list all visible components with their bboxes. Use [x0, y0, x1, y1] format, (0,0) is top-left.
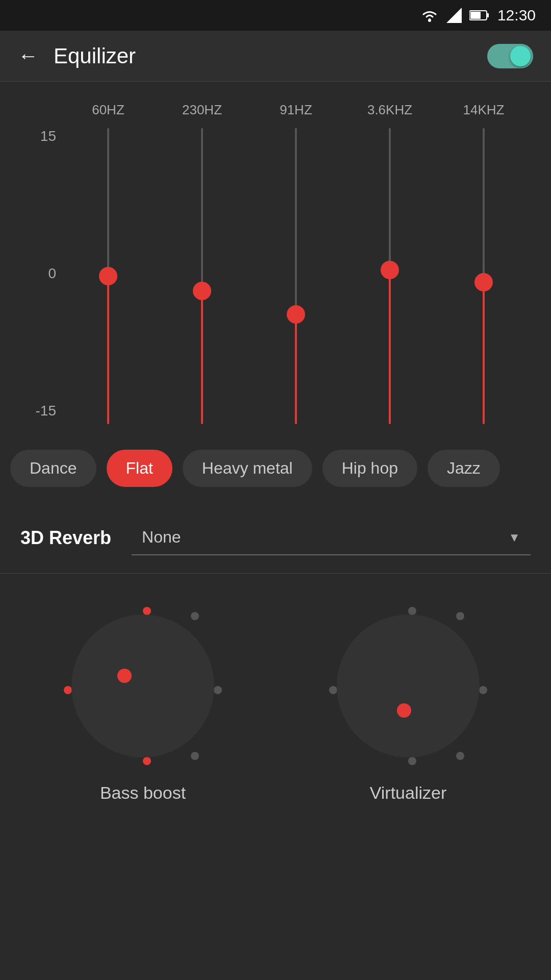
thumb-91hz[interactable] — [287, 305, 305, 324]
preset-jazz[interactable]: Jazz — [428, 450, 500, 487]
virtualizer-item: Virtualizer — [327, 604, 490, 803]
virtualizer-circle[interactable] — [337, 615, 480, 757]
eq-toggle[interactable] — [487, 44, 533, 68]
status-time: 12:30 — [497, 7, 536, 24]
eq-section: 60HZ 230HZ 91HZ 3.6KHZ 14KHZ 15 0 -15 — [0, 82, 551, 434]
scale-top: 15 — [40, 128, 56, 144]
svg-point-0 — [428, 19, 431, 22]
svg-marker-1 — [446, 8, 462, 23]
bass-boost-circle-container[interactable] — [61, 604, 224, 768]
freq-label-36khz: 3.6KHZ — [359, 102, 420, 118]
slider-91hz[interactable] — [265, 128, 327, 424]
slider-line-36khz[interactable] — [389, 128, 391, 424]
slider-230hz[interactable] — [171, 128, 233, 424]
effects-section: Bass boost Virtualizer — [0, 574, 551, 823]
preset-hip-hop[interactable]: Hip hop — [322, 450, 417, 487]
bass-dot-bottom — [143, 757, 151, 765]
thumb-14khz[interactable] — [474, 273, 493, 291]
thumb-230hz[interactable] — [193, 282, 211, 300]
status-bar: 12:30 — [0, 0, 551, 31]
page-title: Equilizer — [54, 44, 136, 68]
virt-dot-right — [479, 686, 487, 694]
slider-60hz[interactable] — [78, 128, 139, 424]
slider-line-14khz[interactable] — [483, 128, 485, 424]
virt-dot-top — [408, 607, 416, 615]
eq-scale: 15 0 -15 — [20, 128, 61, 424]
virtualizer-label: Virtualizer — [370, 783, 447, 803]
bass-boost-circle[interactable] — [71, 615, 214, 757]
freq-label-60hz: 60HZ — [78, 102, 139, 118]
svg-rect-3 — [487, 13, 489, 17]
slider-line-91hz[interactable] — [295, 128, 297, 424]
virtualizer-control-dot[interactable] — [397, 703, 411, 718]
bass-dot-top — [143, 607, 151, 615]
status-icons: 12:30 — [420, 7, 536, 24]
reverb-section: 3D Reverb None ▼ — [0, 502, 551, 574]
reverb-value: None — [142, 528, 181, 547]
battery-icon — [469, 10, 490, 21]
preset-dance[interactable]: Dance — [10, 450, 96, 487]
virtualizer-circle-container[interactable] — [327, 604, 490, 768]
slider-14khz[interactable] — [453, 128, 514, 424]
virt-dot-bottom — [408, 757, 416, 765]
thumb-60hz[interactable] — [99, 267, 117, 285]
freq-label-230hz: 230HZ — [171, 102, 233, 118]
virt-dot-tr — [456, 612, 464, 620]
wifi-icon — [420, 8, 439, 22]
slider-36khz[interactable] — [359, 128, 420, 424]
slider-line-60hz[interactable] — [107, 128, 109, 424]
signal-icon — [446, 8, 462, 23]
presets-row: Dance Flat Heavy metal Hip hop Jazz — [0, 434, 551, 502]
preset-heavy-metal[interactable]: Heavy metal — [183, 450, 312, 487]
dropdown-arrow-icon: ▼ — [508, 530, 520, 545]
bass-dot-tr — [191, 612, 199, 620]
reverb-label: 3D Reverb — [20, 527, 111, 549]
bass-dot-br — [191, 752, 199, 760]
freq-label-91hz: 91HZ — [265, 102, 327, 118]
scale-mid: 0 — [48, 265, 56, 282]
virt-dot-left — [329, 686, 337, 694]
preset-flat[interactable]: Flat — [107, 450, 172, 487]
eq-sliders — [61, 128, 531, 424]
toggle-knob — [510, 46, 531, 66]
reverb-dropdown[interactable]: None ▼ — [132, 520, 531, 555]
thumb-36khz[interactable] — [381, 261, 399, 279]
svg-rect-4 — [470, 12, 481, 19]
scale-bot: -15 — [36, 403, 56, 419]
bass-boost-control-dot[interactable] — [117, 669, 132, 683]
bass-boost-label: Bass boost — [100, 783, 186, 803]
bass-dot-right — [214, 686, 222, 694]
slider-line-230hz[interactable] — [201, 128, 203, 424]
virt-dot-br — [456, 752, 464, 760]
header-left: ← Equilizer — [18, 44, 136, 68]
bass-dot-left — [64, 686, 72, 694]
eq-graph: 15 0 -15 — [20, 128, 531, 424]
freq-label-14khz: 14KHZ — [453, 102, 514, 118]
header: ← Equilizer — [0, 31, 551, 82]
bass-boost-item: Bass boost — [61, 604, 224, 803]
back-button[interactable]: ← — [18, 44, 38, 67]
eq-frequency-labels: 60HZ 230HZ 91HZ 3.6KHZ 14KHZ — [20, 102, 531, 118]
